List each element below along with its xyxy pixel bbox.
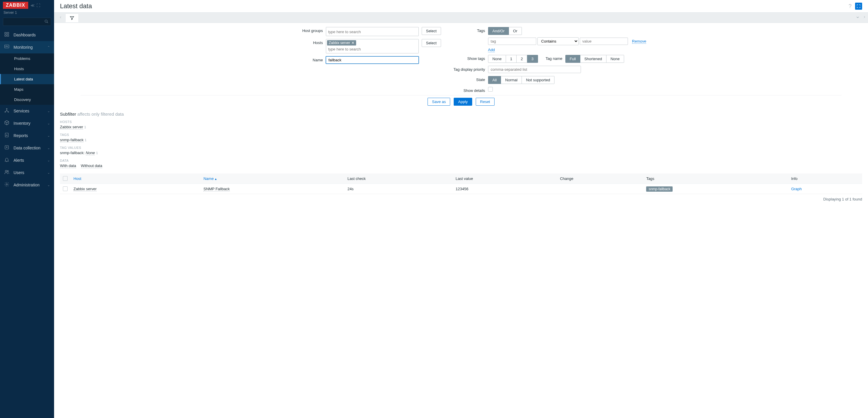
- col-tags: Tags: [643, 173, 788, 184]
- global-search[interactable]: [3, 18, 51, 26]
- tag-display-priority-input[interactable]: [488, 66, 581, 73]
- nav-services[interactable]: Services ⌄: [0, 105, 54, 117]
- filter-tab-active[interactable]: [65, 13, 79, 22]
- subfilter-with-data[interactable]: With data: [60, 164, 76, 168]
- label-host-groups: Host groups: [276, 27, 323, 33]
- subfilter-tag-item[interactable]: snmp-fallback 1: [60, 138, 86, 142]
- tags-mode-andor[interactable]: And/Or: [488, 27, 509, 35]
- chevron-down-icon: ⌄: [47, 121, 50, 125]
- row-host-link[interactable]: Zabbix server: [73, 187, 97, 191]
- tag-value-input[interactable]: [580, 38, 628, 45]
- nav-label: Monitoring: [13, 45, 33, 49]
- sidebar-header: ZABBIX ≪ ⛶: [0, 0, 54, 9]
- subfilter-without-data[interactable]: Without data: [81, 164, 102, 168]
- inventory-icon: [4, 120, 9, 127]
- tag-operator-select[interactable]: Contains: [537, 37, 579, 45]
- graph-link[interactable]: Graph: [791, 187, 802, 191]
- state-all[interactable]: All: [488, 76, 501, 84]
- col-name[interactable]: Name▲: [200, 173, 344, 184]
- nav-label: Reports: [13, 133, 28, 138]
- help-icon[interactable]: ?: [848, 3, 851, 9]
- nav-maps[interactable]: Maps: [0, 84, 54, 95]
- nav-users[interactable]: Users ⌄: [0, 167, 54, 179]
- subfilter-host-item[interactable]: Zabbix server 1: [60, 125, 86, 130]
- tag-add-link[interactable]: Add: [488, 47, 495, 52]
- show-tags-group: None 1 2 3: [488, 55, 538, 63]
- filter-body: Host groups Select Hosts Zabbix server ✕: [54, 23, 868, 95]
- gear-icon: [4, 182, 9, 188]
- nav-label: Dashboards: [13, 33, 36, 37]
- host-chip-label: Zabbix server: [329, 41, 350, 45]
- row-last-value: 123456: [453, 184, 557, 194]
- nav-latest-data[interactable]: Latest data: [0, 74, 54, 84]
- fullscreen-button[interactable]: [855, 3, 862, 10]
- reset-button[interactable]: Reset: [476, 98, 495, 106]
- brand-logo[interactable]: ZABBIX: [3, 2, 28, 9]
- subfilter-title: Subfilter affects only filtered data: [60, 111, 862, 116]
- save-as-button[interactable]: Save as: [428, 98, 450, 106]
- hosts-multiselect[interactable]: Zabbix server ✕: [326, 39, 419, 54]
- row-name-link[interactable]: SNMP Fallback: [203, 187, 229, 191]
- host-chip[interactable]: Zabbix server ✕: [327, 40, 356, 45]
- svg-point-7: [6, 108, 7, 109]
- tag-name-none[interactable]: None: [607, 55, 624, 63]
- label-tags: Tags: [453, 27, 485, 33]
- nav-problems[interactable]: Problems: [0, 54, 54, 64]
- nav-administration[interactable]: Administration ⌄: [0, 179, 54, 191]
- nav-reports[interactable]: Reports ⌄: [0, 130, 54, 142]
- popout-icon[interactable]: ⛶: [36, 3, 40, 8]
- name-input[interactable]: [326, 56, 419, 64]
- collapse-sidebar-icon[interactable]: ≪: [31, 3, 35, 8]
- subfilter-tag-value-item[interactable]: snmp-fallback:None 1: [60, 150, 98, 155]
- col-last-value: Last value: [453, 173, 557, 184]
- nav-data-collection[interactable]: Data collection ⌄: [0, 142, 54, 154]
- tag-remove-link[interactable]: Remove: [632, 39, 646, 44]
- nav-monitoring[interactable]: Monitoring ⌃: [0, 41, 54, 54]
- show-tags-3[interactable]: 3: [527, 55, 538, 63]
- svg-point-0: [45, 20, 47, 22]
- row-tag-chip[interactable]: snmp-fallback: [646, 186, 673, 192]
- tag-name-full[interactable]: Full: [565, 55, 580, 63]
- sidebar: ZABBIX ≪ ⛶ Server 1 Dashboards: [0, 0, 54, 418]
- select-all-checkbox[interactable]: [63, 176, 68, 181]
- row-checkbox[interactable]: [63, 186, 68, 191]
- sort-asc-icon: ▲: [214, 177, 217, 180]
- col-host[interactable]: Host: [70, 173, 200, 184]
- svg-line-1: [47, 22, 48, 23]
- nav-discovery[interactable]: Discovery: [0, 95, 54, 105]
- main-nav: Dashboards Monitoring ⌃ Problems Hosts L…: [0, 29, 54, 191]
- nav-hosts[interactable]: Hosts: [0, 64, 54, 74]
- tags-mode-or[interactable]: Or: [509, 27, 522, 35]
- hosts-input[interactable]: [327, 46, 417, 52]
- state-group: All Normal Not supported: [488, 76, 555, 84]
- subfilter-hosts-label: HOSTS: [60, 120, 862, 124]
- apply-button[interactable]: Apply: [454, 98, 472, 106]
- filter-collapse-icon[interactable]: [856, 15, 860, 20]
- remove-chip-icon[interactable]: ✕: [351, 41, 354, 45]
- tag-name-input[interactable]: [488, 38, 536, 45]
- tag-name-shortened[interactable]: Shortened: [580, 55, 607, 63]
- state-normal[interactable]: Normal: [501, 76, 522, 84]
- host-groups-input[interactable]: [327, 29, 417, 35]
- nav-alerts[interactable]: Alerts ⌄: [0, 154, 54, 167]
- show-tags-2[interactable]: 2: [517, 55, 527, 63]
- hosts-select-button[interactable]: Select: [422, 39, 441, 47]
- subfilter-tags-label: TAGS: [60, 133, 862, 137]
- tab-prev-icon[interactable]: [56, 14, 65, 22]
- state-not-supported[interactable]: Not supported: [522, 76, 555, 84]
- tab-next-icon[interactable]: [863, 15, 866, 20]
- subfilter-tag-values-label: TAG VALUES: [60, 146, 862, 149]
- svg-rect-5: [7, 35, 9, 36]
- chevron-down-icon: ⌄: [47, 134, 50, 138]
- host-groups-multiselect[interactable]: [326, 27, 419, 36]
- nav-dashboards[interactable]: Dashboards: [0, 29, 54, 41]
- svg-point-12: [5, 170, 7, 172]
- data-collection-icon: [4, 145, 9, 151]
- show-details-checkbox[interactable]: [488, 87, 493, 92]
- show-tags-none[interactable]: None: [488, 55, 506, 63]
- nav-label: Data collection: [13, 146, 40, 150]
- nav-monitoring-submenu: Problems Hosts Latest data Maps Discover…: [0, 54, 54, 105]
- nav-inventory[interactable]: Inventory ⌄: [0, 117, 54, 130]
- show-tags-1[interactable]: 1: [506, 55, 517, 63]
- host-groups-select-button[interactable]: Select: [422, 27, 441, 35]
